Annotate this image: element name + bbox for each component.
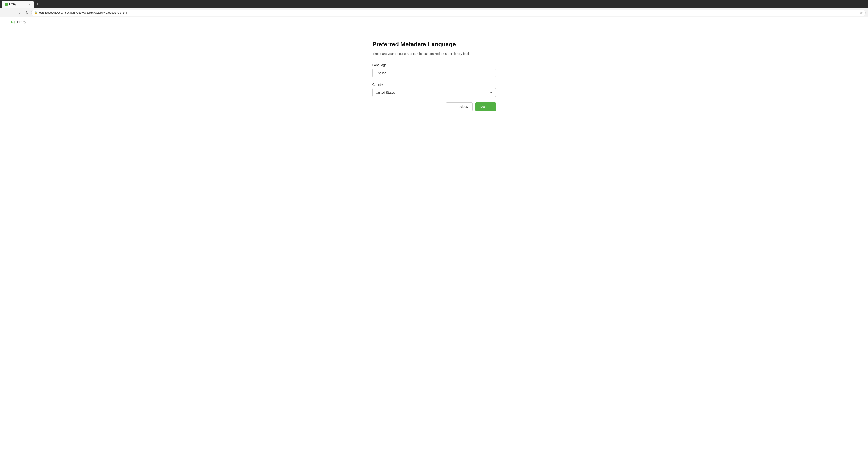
country-select[interactable]: United States United Kingdom Canada Aust… bbox=[372, 88, 496, 97]
main-content: Preferred Metadata Language These are yo… bbox=[0, 27, 868, 466]
language-select[interactable]: English French Spanish German Italian Po… bbox=[372, 69, 496, 77]
next-button[interactable]: Next → bbox=[475, 102, 496, 111]
previous-button-label: Previous bbox=[455, 105, 468, 108]
new-tab-button[interactable]: + bbox=[35, 1, 40, 7]
tab-bar: Emby × + bbox=[2, 1, 866, 7]
tab-title: Emby bbox=[9, 2, 27, 6]
svg-marker-2 bbox=[13, 21, 15, 24]
language-form-group: Language: English French Spanish German … bbox=[372, 63, 496, 77]
arrow-left-icon: ← bbox=[451, 105, 454, 108]
wizard-title: Preferred Metadata Language bbox=[372, 41, 496, 48]
country-form-group: Country: United States United Kingdom Ca… bbox=[372, 83, 496, 97]
home-button[interactable]: ⌂ bbox=[18, 10, 23, 16]
arrow-right-icon: → bbox=[488, 105, 491, 108]
address-bar[interactable]: 🔒 localhost:8096/web/index.html?start=wi… bbox=[31, 9, 866, 16]
emby-logo-text: Emby bbox=[17, 20, 26, 24]
refresh-button[interactable]: ↻ bbox=[24, 9, 30, 16]
back-button[interactable]: ← bbox=[2, 10, 9, 16]
bookmark-icon[interactable]: ☆ bbox=[860, 11, 863, 14]
language-label: Language: bbox=[372, 63, 496, 67]
browser-chrome: Emby × + bbox=[0, 0, 868, 8]
wizard-container: Preferred Metadata Language These are yo… bbox=[372, 41, 496, 452]
page-back-button[interactable]: ← bbox=[4, 20, 8, 25]
next-button-label: Next bbox=[480, 105, 487, 108]
url-text: localhost:8096/web/index.html?start=wiza… bbox=[39, 11, 859, 14]
page-header: ← Emby bbox=[0, 17, 868, 27]
active-tab[interactable]: Emby × bbox=[2, 1, 34, 7]
wizard-description: These are your defaults and can be custo… bbox=[372, 52, 496, 56]
emby-logo-link[interactable]: Emby bbox=[10, 20, 26, 25]
previous-button[interactable]: ← Previous bbox=[446, 102, 472, 111]
country-label: Country: bbox=[372, 83, 496, 87]
tab-favicon-icon bbox=[5, 2, 8, 6]
lock-icon: 🔒 bbox=[34, 11, 37, 14]
wizard-actions: ← Previous Next → bbox=[372, 102, 496, 111]
nav-bar: ← → ⌂ ↻ 🔒 localhost:8096/web/index.html?… bbox=[0, 8, 868, 17]
emby-logo-icon bbox=[10, 20, 16, 25]
svg-marker-1 bbox=[12, 21, 13, 24]
svg-marker-0 bbox=[11, 21, 12, 24]
tab-close-button[interactable]: × bbox=[29, 2, 31, 6]
forward-button[interactable]: → bbox=[10, 10, 17, 16]
